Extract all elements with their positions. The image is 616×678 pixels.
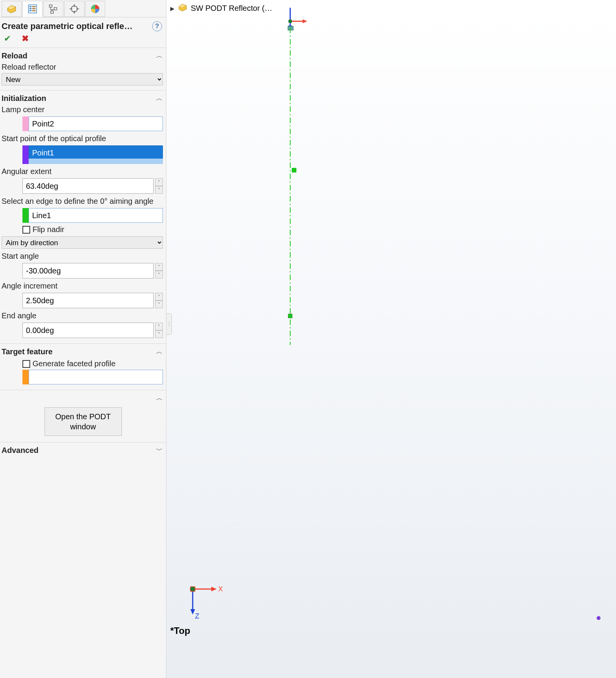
- section-title-init: Initialization: [2, 94, 156, 103]
- spinner-up-icon[interactable]: ˄: [155, 323, 163, 330]
- swatch-start-point: [22, 145, 29, 164]
- svg-rect-8: [32, 10, 36, 12]
- label-angular-extent: Angular extent: [0, 166, 166, 177]
- tab-properties-icon[interactable]: [22, 1, 43, 17]
- feature-tree-row[interactable]: ▶ SW PODT Reflector (…: [170, 2, 272, 14]
- tree-expand-icon[interactable]: ▶: [170, 5, 175, 12]
- section-header-reload[interactable]: Reload ︿: [0, 50, 166, 62]
- svg-text:Z: Z: [195, 612, 199, 620]
- svg-rect-4: [32, 6, 36, 7]
- chevron-up-icon: ︿: [156, 51, 163, 60]
- reload-reflector-select[interactable]: New: [2, 73, 163, 85]
- view-triad: X Z: [186, 581, 224, 624]
- generate-faceted-checkbox[interactable]: [22, 360, 30, 368]
- graphics-viewport[interactable]: ▶ SW PODT Reflector (… X: [166, 0, 616, 678]
- aiming-edge-input[interactable]: [29, 208, 163, 223]
- svg-point-35: [190, 586, 195, 592]
- spinner-up-icon[interactable]: ˄: [155, 293, 163, 301]
- ok-icon[interactable]: ✔: [4, 34, 11, 44]
- svg-marker-33: [190, 609, 195, 615]
- svg-rect-10: [54, 8, 57, 10]
- svg-rect-9: [50, 5, 52, 7]
- svg-rect-11: [51, 11, 53, 13]
- label-end-angle: End angle: [0, 311, 166, 321]
- target-feature-input[interactable]: [29, 370, 163, 384]
- cancel-icon[interactable]: ✖: [22, 34, 29, 44]
- tab-target-icon[interactable]: [64, 1, 84, 17]
- spinner-up-icon[interactable]: ˄: [155, 178, 163, 186]
- flip-nadir-checkbox[interactable]: [22, 226, 30, 234]
- swatch-lamp-center: [22, 116, 29, 131]
- help-icon[interactable]: ?: [152, 21, 162, 31]
- angular-extent-input[interactable]: [22, 178, 154, 194]
- label-angle-increment: Angle increment: [0, 281, 166, 291]
- chevron-up-icon: ︿: [156, 94, 163, 103]
- label-lamp-center: Lamp center: [0, 104, 166, 115]
- svg-point-24: [288, 19, 292, 23]
- tab-feature-icon[interactable]: [2, 1, 22, 17]
- label-start-point: Start point of the optical profile: [0, 133, 166, 144]
- svg-marker-23: [303, 19, 307, 23]
- label-reload-reflector: Reload reflector: [0, 62, 166, 72]
- spinner-down-icon[interactable]: ˅: [155, 330, 163, 338]
- section-header-target[interactable]: Target feature ︿: [0, 346, 166, 358]
- spinner-down-icon[interactable]: ˅: [155, 186, 163, 194]
- svg-rect-27: [292, 168, 296, 172]
- section-initialization: Initialization ︿ Lamp center Start point…: [0, 91, 166, 344]
- lamp-center-input[interactable]: [29, 116, 163, 131]
- section-target-feature: Target feature ︿ Generate faceted profil…: [0, 344, 166, 390]
- section-header-podt[interactable]: ︿: [0, 393, 166, 404]
- svg-marker-30: [211, 587, 217, 591]
- section-title-advanced: Advanced: [2, 446, 156, 455]
- selection-highlight: [29, 159, 163, 164]
- construction-line: [287, 28, 299, 345]
- section-header-initialization[interactable]: Initialization ︿: [0, 93, 166, 104]
- swatch-edge: [22, 208, 29, 223]
- angle-increment-input[interactable]: [22, 293, 154, 308]
- svg-rect-28: [288, 314, 292, 318]
- spinner-down-icon[interactable]: ˅: [155, 271, 163, 278]
- view-orientation-label: *Top: [170, 625, 190, 636]
- swatch-target: [22, 370, 29, 384]
- panel-tab-strip: [0, 0, 166, 17]
- part-icon: [178, 2, 188, 14]
- svg-rect-6: [32, 8, 36, 9]
- svg-rect-5: [29, 8, 31, 9]
- panel-title: Create parametric optical refle…: [2, 21, 152, 31]
- svg-rect-3: [29, 6, 31, 7]
- tab-appearance-icon[interactable]: [85, 1, 105, 17]
- chevron-up-icon: ︿: [156, 347, 163, 356]
- spinner-down-icon[interactable]: ˅: [155, 301, 163, 308]
- marker-dot: [597, 616, 601, 620]
- panel-resize-handle[interactable]: ⋮: [166, 313, 172, 335]
- section-reload: Reload ︿ Reload reflector New: [0, 48, 166, 91]
- section-advanced: Advanced ﹀: [0, 442, 166, 459]
- label-generate-faceted: Generate faceted profile: [33, 359, 116, 368]
- chevron-down-icon: ﹀: [156, 446, 163, 455]
- section-podt: ︿ Open the PODT window: [0, 390, 166, 442]
- aim-by-select[interactable]: Aim by direction: [2, 236, 163, 249]
- svg-text:X: X: [218, 585, 223, 593]
- chevron-up-icon: ︿: [156, 393, 163, 403]
- property-panel: Create parametric optical refle… ? ✔ ✖ R…: [0, 0, 166, 678]
- svg-rect-7: [29, 10, 31, 12]
- tree-item-label: SW PODT Reflector (…: [191, 4, 272, 13]
- open-podt-button[interactable]: Open the PODT window: [44, 407, 122, 436]
- label-aiming-edge: Select an edge to define the 0° aiming a…: [0, 196, 166, 207]
- start-angle-input[interactable]: [22, 263, 154, 278]
- section-title-target: Target feature: [2, 347, 156, 356]
- end-angle-input[interactable]: [22, 323, 154, 338]
- tab-hierarchy-icon[interactable]: [43, 1, 63, 17]
- section-title-reload: Reload: [2, 51, 156, 60]
- label-start-angle: Start angle: [0, 251, 166, 261]
- spinner-up-icon[interactable]: ˄: [155, 263, 163, 271]
- section-header-advanced[interactable]: Advanced ﹀: [0, 445, 166, 456]
- label-flip-nadir: Flip nadir: [33, 225, 64, 234]
